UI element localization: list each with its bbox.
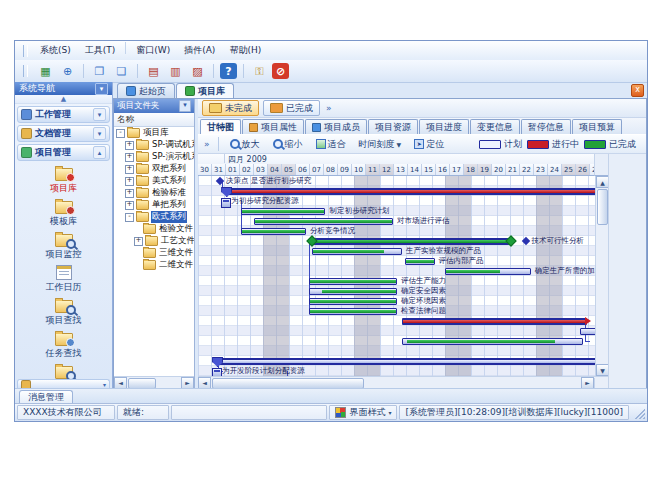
toolbar-grip[interactable] bbox=[23, 65, 28, 77]
tool-button-时间刻度[interactable]: 时间刻度▼ bbox=[354, 136, 407, 152]
expand-icon[interactable]: + bbox=[125, 141, 134, 150]
task-bar[interactable] bbox=[309, 278, 397, 285]
nav-item-项目监控[interactable]: 项目监控 bbox=[46, 231, 82, 261]
gantt-tab-项目进度[interactable]: 项目进度 bbox=[419, 119, 469, 134]
expand-icon[interactable]: + bbox=[125, 165, 134, 174]
tree-item-检验文件[interactable]: 检验文件 bbox=[114, 223, 194, 235]
gantt-tab-项目预算[interactable]: 项目预算 bbox=[572, 119, 622, 134]
tree-item-检验标准[interactable]: +检验标准 bbox=[114, 187, 194, 199]
toolbar-grip[interactable] bbox=[23, 45, 28, 57]
task-bar[interactable] bbox=[405, 258, 435, 265]
tool-button-定位[interactable]: ➤定位 bbox=[409, 136, 449, 152]
menu-item-1[interactable]: 系统(S) bbox=[33, 42, 78, 59]
task-bar[interactable] bbox=[254, 218, 393, 225]
nav-group-1[interactable]: 工作管理▾ bbox=[17, 106, 110, 123]
tree-item-SP-演示机系[interactable]: +SP-演示机系 bbox=[114, 151, 194, 163]
resource-task-icon[interactable] bbox=[212, 368, 222, 377]
gantt-chart-area[interactable]: 决策点 是否进行初步研究为初步研究分配资源制定初步研究计划对市场进行评估分析竞争… bbox=[198, 176, 595, 376]
cascade-window-icon[interactable]: ❏ bbox=[112, 62, 131, 80]
nav-group-3[interactable]: 项目管理▴ bbox=[17, 144, 110, 161]
globe-icon[interactable]: ⊕ bbox=[58, 62, 77, 80]
tab-项目库[interactable]: 项目库 bbox=[176, 83, 234, 98]
milestone-diamond[interactable] bbox=[521, 236, 529, 244]
exit-icon[interactable]: ⊘ bbox=[272, 63, 289, 79]
toolbar-overflow-icon[interactable]: » bbox=[202, 139, 212, 149]
workspace-icon[interactable]: ▦ bbox=[36, 62, 55, 80]
task-bar[interactable] bbox=[580, 328, 595, 335]
gantt-horizontal-scrollbar[interactable]: ◄ ► bbox=[198, 376, 608, 388]
summary-bar[interactable] bbox=[225, 188, 595, 195]
scroll-left-icon[interactable]: ◄ bbox=[114, 377, 127, 389]
scroll-right-icon[interactable]: ► bbox=[181, 377, 194, 389]
scroll-thumb[interactable] bbox=[597, 189, 608, 225]
nav-pin-icon[interactable]: ▾ bbox=[95, 83, 108, 95]
help-icon[interactable]: ? bbox=[220, 63, 237, 79]
summary-bar[interactable] bbox=[311, 238, 510, 245]
summary-bar[interactable] bbox=[216, 358, 595, 365]
task-bar[interactable] bbox=[445, 268, 531, 275]
summary-bar[interactable] bbox=[402, 318, 587, 325]
expand-icon[interactable]: + bbox=[125, 153, 134, 162]
filter-overflow-icon[interactable]: » bbox=[324, 103, 334, 113]
tree-item-二维文件[interactable]: 二维文件 bbox=[114, 259, 194, 271]
tree-item-三维文件[interactable]: 三维文件 bbox=[114, 247, 194, 259]
gantt-vertical-scrollbar[interactable]: ▲ ▼ bbox=[595, 176, 609, 376]
lock-icon[interactable]: ⚿ bbox=[250, 62, 269, 80]
scroll-left-icon[interactable]: ◄ bbox=[198, 377, 211, 389]
tab-起始页[interactable]: 起始页 bbox=[117, 83, 175, 98]
nav-item-模板库[interactable]: 模板库 bbox=[50, 198, 77, 228]
filter-button-未完成[interactable]: 未完成 bbox=[202, 100, 259, 116]
expand-icon[interactable]: + bbox=[134, 237, 143, 246]
tree-item-欧式系列[interactable]: -欧式系列 bbox=[114, 211, 194, 223]
gantt-tab-暂停信息[interactable]: 暂停信息 bbox=[521, 119, 571, 134]
task-bar[interactable] bbox=[241, 228, 306, 235]
gantt-tab-项目资源[interactable]: 项目资源 bbox=[368, 119, 418, 134]
report-view-icon[interactable]: ▥ bbox=[166, 62, 185, 80]
collapse-icon[interactable]: - bbox=[116, 129, 125, 138]
nav-item-项目查找[interactable]: 项目查找 bbox=[46, 297, 82, 327]
menu-item-5[interactable]: 帮助(H) bbox=[222, 42, 268, 59]
expand-icon[interactable]: + bbox=[125, 201, 134, 210]
tree-item-美式系列[interactable]: +美式系列 bbox=[114, 175, 194, 187]
message-management-tab[interactable]: 消息管理 bbox=[19, 390, 73, 404]
interface-style-button[interactable]: 界面样式 ▾ bbox=[329, 405, 397, 420]
menu-item-4[interactable]: 插件(A) bbox=[177, 42, 222, 59]
scroll-thumb[interactable] bbox=[212, 378, 364, 389]
tool-button-缩小[interactable]: 缩小 bbox=[268, 136, 308, 152]
resize-grip[interactable] bbox=[633, 407, 645, 419]
menu-item-3[interactable]: 窗口(W) bbox=[129, 42, 177, 59]
scroll-thumb[interactable] bbox=[128, 378, 156, 389]
nav-item-任务查找[interactable]: 任务查找 bbox=[46, 330, 82, 360]
scroll-right-icon[interactable]: ► bbox=[581, 377, 594, 389]
chevron-down-icon[interactable]: ▾ bbox=[93, 108, 106, 121]
window-icon[interactable]: ❐ bbox=[90, 62, 109, 80]
report-print-icon[interactable]: ▨ bbox=[188, 62, 207, 80]
task-bar[interactable] bbox=[309, 308, 397, 315]
tree-horizontal-scrollbar[interactable]: ◄ ► bbox=[114, 376, 194, 388]
menu-item-2[interactable]: 工具(T) bbox=[78, 42, 123, 59]
gantt-tab-项目属性[interactable]: 项目属性 bbox=[242, 119, 304, 134]
report-icon[interactable]: ▤ bbox=[144, 62, 163, 80]
close-icon[interactable]: x bbox=[631, 84, 644, 97]
task-bar[interactable] bbox=[309, 298, 397, 305]
filter-button-已完成[interactable]: 已完成 bbox=[263, 100, 320, 116]
nav-item-项目库[interactable]: 项目库 bbox=[50, 165, 77, 195]
expand-icon[interactable]: + bbox=[125, 189, 134, 198]
task-bar[interactable] bbox=[309, 288, 397, 295]
task-bar[interactable] bbox=[312, 248, 402, 255]
nav-group-2[interactable]: 文档管理▾ bbox=[17, 125, 110, 142]
tool-button-放大[interactable]: 放大 bbox=[225, 136, 265, 152]
nav-item-工作日历[interactable]: 工作日历 bbox=[46, 264, 82, 294]
chevron-up-icon[interactable]: ▴ bbox=[93, 146, 106, 159]
pin-icon[interactable]: ▾ bbox=[179, 100, 191, 112]
gantt-tab-项目成员[interactable]: 项目成员 bbox=[305, 119, 367, 134]
collapse-icon[interactable]: - bbox=[125, 213, 134, 222]
task-bar[interactable] bbox=[241, 208, 326, 215]
expand-icon[interactable]: + bbox=[125, 177, 134, 186]
task-bar[interactable] bbox=[402, 338, 583, 345]
resource-task-icon[interactable] bbox=[221, 198, 231, 208]
tree-item-SP-调试机系[interactable]: +SP-调试机系 bbox=[114, 139, 194, 151]
chevron-down-icon[interactable]: ▾ bbox=[93, 127, 106, 140]
tree-item-双把系列[interactable]: +双把系列 bbox=[114, 163, 194, 175]
gantt-tab-变更信息[interactable]: 变更信息 bbox=[470, 119, 520, 134]
